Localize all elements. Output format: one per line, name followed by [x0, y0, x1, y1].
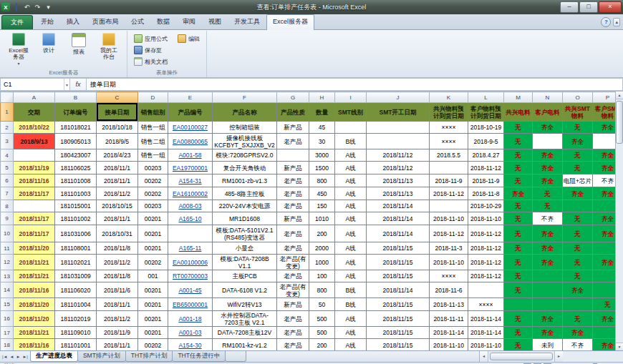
cell-B11[interactable]: 181108001 [55, 242, 97, 255]
cell-I13[interactable]: A线 [335, 270, 367, 282]
cell-N13[interactable] [533, 270, 563, 282]
cell-F14[interactable]: DATA-6108 V1.2 [213, 282, 277, 298]
cell-M2[interactable]: 无 [504, 122, 533, 134]
cell-H7[interactable]: 450 [309, 187, 335, 200]
cell-A14[interactable]: 2018/11/16 [14, 282, 55, 298]
cell-M5[interactable]: 无 [504, 162, 533, 174]
vertical-scrollbar[interactable]: ▲ ▼ [615, 92, 623, 350]
header-cell-F1[interactable]: 产品名称 [213, 103, 277, 122]
cell-E2[interactable]: EA00100027 [168, 122, 213, 134]
cell-I9[interactable]: A线 [335, 212, 367, 225]
header-cell-I1[interactable]: SMT线别 [335, 103, 367, 122]
ribbon-button-design[interactable]: 设计 [34, 31, 64, 68]
cell-A11[interactable]: 2018/11/20 [14, 242, 55, 255]
cell-I10[interactable]: A线 [335, 225, 367, 242]
header-cell-M1[interactable]: 共兴电料 [504, 103, 533, 122]
cell-M3[interactable]: 无 [504, 134, 533, 149]
name-box[interactable]: C1 ▾ [0, 78, 70, 91]
cell-L3[interactable]: 2018-9-5 [468, 134, 504, 149]
cell-E5[interactable]: EA19700001 [168, 162, 213, 174]
cell-F15[interactable]: WifiV2转V13 [213, 298, 277, 311]
header-cell-D1[interactable]: 销售组别 [138, 103, 168, 122]
cell-J17[interactable]: 2018/11/15 [367, 327, 430, 339]
cell-G10[interactable]: 老产品 [277, 225, 309, 242]
cell-B5[interactable]: 181106025 [55, 162, 97, 174]
cell-O17[interactable]: 齐全 [563, 327, 593, 339]
cell-J9[interactable]: 2018/11/14 [367, 212, 430, 225]
row-header-17[interactable]: 17 [1, 327, 14, 339]
cell-D9[interactable]: 00201 [138, 212, 168, 225]
help-icon[interactable]: ? [601, 17, 611, 27]
cell-J16[interactable]: 2018/11/15 [367, 311, 430, 327]
row-header-8[interactable]: 8 [1, 200, 14, 212]
ribbon-button-excel-server[interactable]: Excel服 务器 ▾ [4, 31, 34, 68]
last-sheet-icon[interactable]: ►| [22, 355, 28, 359]
cell-J3[interactable] [367, 134, 430, 149]
insert-worksheet-tab[interactable] [225, 351, 246, 362]
cell-E18[interactable]: A154-30 [168, 339, 213, 351]
cell-H15[interactable]: 50 [309, 298, 335, 311]
cell-H13[interactable]: 100 [309, 270, 335, 282]
redo-icon[interactable]: ↷ [33, 3, 42, 12]
cell-A12[interactable]: 2018/11/21 [14, 255, 55, 270]
horizontal-scrollbar[interactable]: ◄ ► [479, 351, 623, 362]
select-all-corner[interactable] [1, 92, 14, 103]
save-icon[interactable] [11, 3, 21, 12]
cell-B18[interactable]: 181101001 [55, 339, 97, 351]
cell-N2[interactable]: 齐全 [533, 122, 563, 134]
cell-C18[interactable]: 2018/11/1 [97, 339, 138, 351]
cell-I14[interactable]: B线 [335, 282, 367, 298]
cell-K3[interactable]: ×××× [430, 134, 468, 149]
cell-D7[interactable]: 00202 [138, 187, 168, 200]
cell-M16[interactable]: 无 [504, 311, 533, 327]
cell-O3[interactable]: 齐全 [563, 134, 593, 149]
header-cell-C1[interactable]: 接单日期 [97, 103, 138, 122]
cell-J7[interactable]: 2018/11/13 [367, 187, 430, 200]
cell-K10[interactable]: 2018-11-12 [430, 225, 468, 242]
cell-B15[interactable]: 181101004 [55, 298, 97, 311]
cell-A16[interactable]: 2018/11/20 [14, 311, 55, 327]
cell-L17[interactable]: 2018-11-14 [468, 327, 504, 339]
cell-A17[interactable]: 2018/11/21 [14, 327, 55, 339]
cell-E17[interactable]: A001-03 [168, 327, 213, 339]
cell-D15[interactable]: 00201 [138, 298, 168, 311]
maximize-button[interactable]: □ [579, 1, 598, 13]
row-header-7[interactable]: 7 [1, 187, 14, 200]
ribbon-collapse-icon[interactable]: ▴ [613, 18, 620, 26]
cell-L4[interactable]: 2018.4.27 [468, 149, 504, 162]
cell-M4[interactable]: 无 [504, 149, 533, 162]
column-header-A[interactable]: A [14, 92, 55, 103]
cell-O9[interactable]: 无 [563, 212, 593, 225]
cell-J13[interactable]: 2018/11/15 [367, 270, 430, 282]
cell-E11[interactable]: A165-11 [168, 242, 213, 255]
cell-C17[interactable]: 2018/11/9 [97, 327, 138, 339]
cell-F6[interactable]: RM1001-zb-v1.3 [213, 174, 277, 187]
cell-I18[interactable]: A线 [335, 339, 367, 351]
cell-F3[interactable]: 摄像机接线板 KCFBYT_SXJJXB_V2 [213, 134, 277, 149]
cell-O12[interactable]: 无 [563, 255, 593, 270]
ribbon-tab-Excel服务器[interactable]: Excel服务器 [266, 14, 314, 30]
sheet-tab-SMT排产计划[interactable]: SMT排产计划 [77, 351, 126, 362]
cell-G12[interactable]: 老产品(有 变更) [277, 255, 309, 270]
cell-O14[interactable]: 齐全 [563, 282, 593, 298]
row-header-2[interactable]: 2 [1, 122, 14, 134]
cell-J15[interactable]: 2018/11/15 [367, 298, 430, 311]
cell-B6[interactable]: 181101008 [55, 174, 97, 187]
cell-I3[interactable]: B线 [335, 134, 367, 149]
row-header-6[interactable]: 6 [1, 174, 14, 187]
cell-G8[interactable]: 老产品 [277, 200, 309, 212]
column-header-O[interactable]: O [563, 92, 593, 103]
cell-C13[interactable]: 2018/11/8 [97, 270, 138, 282]
cell-N4[interactable]: 齐全 [533, 149, 563, 162]
cell-F10[interactable]: 模板:DATA-5101V2.1 (RS485)变送器 [213, 225, 277, 242]
cell-A13[interactable]: 2018/11/21 [14, 270, 55, 282]
cell-O11[interactable]: 无 [563, 242, 593, 255]
cell-C8[interactable]: 2018/10/15 [97, 200, 138, 212]
cell-I2[interactable] [335, 122, 367, 134]
cell-O13[interactable]: 无 [563, 270, 593, 282]
cell-H18[interactable]: 200 [309, 339, 335, 351]
cell-K13[interactable]: ×××× [430, 270, 468, 282]
column-header-D[interactable]: D [138, 92, 168, 103]
sheet-tab-THT排产计划[interactable]: THT排产计划 [125, 351, 173, 362]
header-cell-H1[interactable]: 数量 [309, 103, 335, 122]
